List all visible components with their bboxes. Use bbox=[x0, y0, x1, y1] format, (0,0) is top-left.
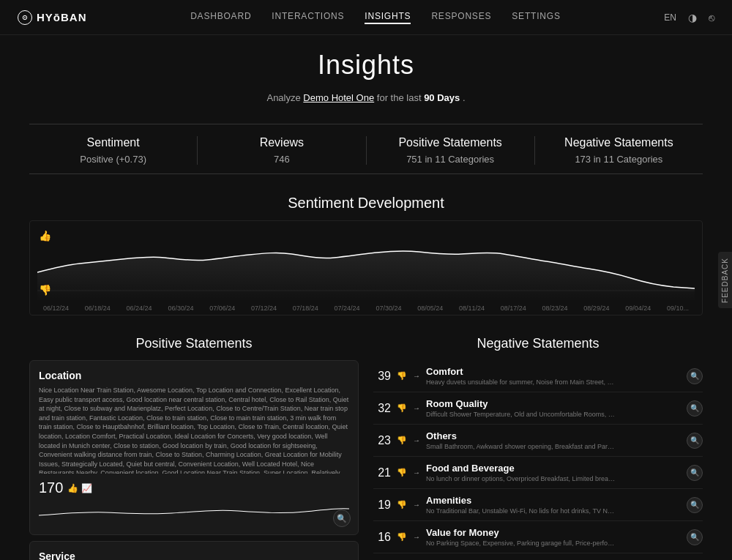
neg-cat-0: Comfort bbox=[426, 366, 681, 377]
chart-area: 👍 👎 bbox=[37, 228, 695, 302]
stat-reviews-value: 746 bbox=[198, 154, 365, 165]
negative-col-title: Negative Statements bbox=[373, 336, 703, 351]
neg-arrow-icon-2: → bbox=[413, 436, 420, 444]
x-label-8: 07/30/24 bbox=[376, 305, 401, 312]
x-label-6: 07/18/24 bbox=[293, 305, 318, 312]
analyze-mid: for the last bbox=[377, 92, 422, 103]
neg-row-6: 6 👎 → Location Difficult Access Due to C… bbox=[373, 553, 703, 560]
neg-info-0: Comfort Heavy duvets unsuitable for summ… bbox=[426, 366, 681, 386]
chart-svg bbox=[37, 228, 695, 302]
main-content: Insights Analyze Demo Hotel One for the … bbox=[0, 35, 732, 560]
x-label-11: 08/17/24 bbox=[501, 305, 526, 312]
neg-info-4: Amenities No Traditional Bar, Unstable W… bbox=[426, 495, 681, 515]
neg-zoom-button-2[interactable]: 🔍 bbox=[687, 433, 703, 449]
neg-thumb-icon-0: 👎 bbox=[397, 371, 407, 381]
lang-selector[interactable]: EN bbox=[664, 12, 676, 23]
pos-card-service-header: Service bbox=[39, 550, 349, 560]
neg-arrow-icon-0: → bbox=[413, 372, 420, 380]
analyze-prefix: Analyze bbox=[266, 92, 300, 103]
neg-zoom-button-5[interactable]: 🔍 bbox=[687, 529, 703, 545]
chart-thumb-down-icon: 👎 bbox=[39, 284, 51, 296]
neg-count-0: 39 bbox=[373, 370, 391, 383]
x-label-3: 06/30/24 bbox=[168, 305, 193, 312]
logout-icon[interactable]: ⎋ bbox=[709, 12, 714, 23]
neg-row-1: 32 👎 → Room Quality Difficult Shower Tem… bbox=[373, 392, 703, 425]
logo-text: HYōBAN bbox=[37, 11, 87, 23]
stat-positive-value: 751 in 11 Categories bbox=[367, 154, 534, 165]
pos-card-location-mini-chart bbox=[39, 501, 349, 523]
stat-sentiment: Sentiment Positive (+0.73) bbox=[29, 136, 198, 165]
neg-desc-4: No Traditional Bar, Unstable Wi-Fi, No l… bbox=[426, 507, 616, 515]
navbar: ⊙ HYōBAN DASHBOARD INTERACTIONS INSIGHTS… bbox=[0, 0, 732, 35]
nav-dashboard[interactable]: DASHBOARD bbox=[190, 11, 251, 24]
stat-negative: Negative Statements 173 in 11 Categories bbox=[535, 136, 703, 165]
nav-insights[interactable]: INSIGHTS bbox=[365, 11, 411, 24]
pos-card-location-name: Location bbox=[39, 370, 81, 381]
neg-cat-3: Food and Beverage bbox=[426, 463, 681, 474]
stat-reviews: Reviews 746 bbox=[198, 136, 366, 165]
neg-thumb-icon-5: 👎 bbox=[397, 532, 407, 542]
neg-thumb-icon-3: 👎 bbox=[397, 468, 407, 477]
pos-card-location-count-row: 170 👍 📈 bbox=[39, 479, 349, 496]
neg-cat-4: Amenities bbox=[426, 495, 681, 506]
x-label-10: 08/11/24 bbox=[459, 305, 485, 312]
neg-desc-2: Small Bathroom, Awkward shower opening, … bbox=[426, 443, 616, 450]
x-label-0: 06/12/24 bbox=[43, 305, 69, 312]
neg-thumb-icon-4: 👎 bbox=[397, 500, 407, 509]
pos-location-zoom-button[interactable]: 🔍 bbox=[333, 509, 351, 527]
neg-count-3: 21 bbox=[373, 466, 391, 479]
neg-arrow-icon-5: → bbox=[413, 533, 420, 541]
analyze-bar: Analyze Demo Hotel One for the last 90 D… bbox=[29, 92, 703, 103]
x-label-15: 09/10... bbox=[667, 305, 689, 312]
hotel-link[interactable]: Demo Hotel One bbox=[303, 92, 374, 103]
neg-zoom-button-3[interactable]: 🔍 bbox=[687, 465, 703, 481]
pos-card-location-header: Location bbox=[39, 370, 349, 381]
neg-zoom-button-0[interactable]: 🔍 bbox=[687, 368, 703, 384]
neg-thumb-icon-1: 👎 bbox=[397, 403, 407, 413]
chart-x-axis: 06/12/24 06/18/24 06/24/24 06/30/24 07/0… bbox=[37, 302, 695, 315]
logo: ⊙ HYōBAN bbox=[18, 10, 87, 25]
stat-sentiment-value: Positive (+0.73) bbox=[29, 154, 197, 165]
chart-title: Sentiment Development bbox=[29, 195, 703, 212]
stats-row: Sentiment Positive (+0.73) Reviews 746 P… bbox=[29, 124, 703, 174]
positive-column: Positive Statements Location Nice Locati… bbox=[29, 336, 359, 560]
neg-desc-5: No Parking Space, Expensive, Parking gar… bbox=[426, 540, 616, 547]
chart-thumb-up-icon: 👍 bbox=[39, 230, 51, 242]
neg-arrow-icon-1: → bbox=[413, 404, 420, 412]
neg-desc-0: Heavy duvets unsuitable for summer, Nois… bbox=[426, 378, 616, 386]
neg-info-5: Value for Money No Parking Space, Expens… bbox=[426, 527, 681, 547]
x-label-1: 06/18/24 bbox=[85, 305, 111, 312]
feedback-label: FEEDBACK bbox=[721, 258, 729, 303]
neg-count-2: 23 bbox=[373, 434, 391, 447]
nav-interactions[interactable]: INTERACTIONS bbox=[272, 11, 344, 24]
page-title: Insights bbox=[29, 50, 703, 81]
neg-arrow-icon-4: → bbox=[413, 501, 420, 509]
neg-cat-2: Others bbox=[426, 430, 681, 441]
stat-negative-label: Negative Statements bbox=[535, 136, 703, 149]
neg-arrow-icon-3: → bbox=[413, 468, 420, 477]
neg-zoom-button-1[interactable]: 🔍 bbox=[687, 400, 703, 417]
neg-count-5: 16 bbox=[373, 531, 391, 544]
lower-section: Positive Statements Location Nice Locati… bbox=[29, 336, 703, 560]
nav-responses[interactable]: RESPONSES bbox=[431, 11, 491, 24]
pos-card-service-name: Service bbox=[39, 550, 75, 560]
neg-cat-5: Value for Money bbox=[426, 527, 681, 538]
theme-toggle-icon[interactable]: ◑ bbox=[688, 12, 697, 23]
pos-card-location-count: 170 bbox=[39, 479, 63, 496]
feedback-tab[interactable]: FEEDBACK bbox=[718, 252, 732, 309]
stat-negative-value: 173 in 11 Categories bbox=[535, 154, 703, 165]
analyze-suffix: . bbox=[463, 92, 466, 103]
stat-sentiment-label: Sentiment bbox=[29, 136, 197, 149]
nav-settings[interactable]: SETTINGS bbox=[512, 11, 560, 24]
x-label-13: 08/29/24 bbox=[583, 305, 609, 312]
neg-cat-1: Room Quality bbox=[426, 398, 681, 409]
neg-count-1: 32 bbox=[373, 402, 391, 415]
x-label-5: 07/12/24 bbox=[251, 305, 277, 312]
x-label-12: 08/23/24 bbox=[542, 305, 568, 312]
neg-thumb-icon-2: 👎 bbox=[397, 436, 407, 445]
neg-zoom-button-4[interactable]: 🔍 bbox=[687, 497, 703, 513]
pos-card-location-text: Nice Location Near Train Station, Awesom… bbox=[39, 386, 349, 474]
neg-row-5: 16 👎 → Value for Money No Parking Space,… bbox=[373, 521, 703, 553]
x-label-2: 06/24/24 bbox=[127, 305, 152, 312]
x-label-14: 09/04/24 bbox=[625, 305, 651, 312]
